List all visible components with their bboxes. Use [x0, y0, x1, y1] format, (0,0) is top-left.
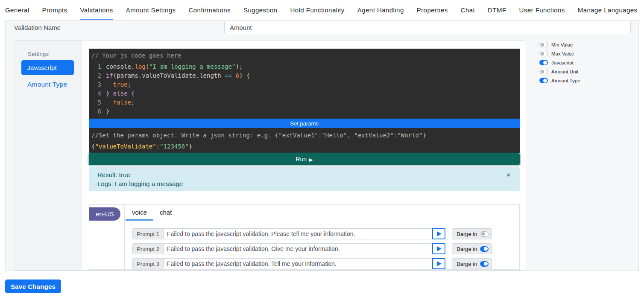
toggle-knob — [541, 43, 544, 47]
toggle-max-value[interactable] — [539, 51, 548, 56]
logs-line: Logs: I am logging a message — [97, 179, 511, 188]
code-line-5: 5 false; — [91, 98, 517, 107]
save-changes-button[interactable]: Save Changes — [5, 280, 61, 293]
set-params-button[interactable]: Set params — [89, 119, 520, 128]
prompt-label: Prompt 2 — [132, 243, 163, 254]
barge-in-box: Barge in — [452, 243, 492, 254]
toggle-knob — [541, 70, 544, 73]
language-column: en-US — [89, 205, 125, 269]
sidebar-item-javascript[interactable]: Javascript — [21, 60, 74, 75]
result-line: Result: true — [97, 170, 511, 179]
line-number: 6 — [91, 107, 101, 116]
toggle-label: Min Value — [551, 42, 573, 47]
run-button[interactable]: Run▶ — [89, 153, 520, 165]
voice-chat-tabs: voicechat — [125, 205, 519, 220]
validation-name-label: Validation Name — [14, 20, 61, 35]
barge-in-box: Barge in — [452, 228, 492, 239]
toggle-label: Javascript — [551, 60, 574, 65]
tab-hold-functionality[interactable]: Hold Functionality — [290, 0, 345, 20]
editor-comment: // Your js code goes here — [91, 51, 517, 60]
tab-voice[interactable]: voice — [126, 205, 153, 221]
play-icon — [437, 231, 442, 236]
line-number: 3 — [91, 80, 101, 89]
toggle-row-min-value: Min Value — [527, 40, 638, 49]
line-number: 1 — [91, 62, 101, 71]
main-panel: Settings Javascript Amount Type // Your … — [14, 40, 526, 271]
play-icon — [437, 246, 442, 251]
params-json-value: {"valueToValidate":"123456"} — [91, 141, 517, 152]
code-line-1: 1console.log("I am logging a message"); — [91, 62, 517, 71]
toggle-amount-type[interactable] — [539, 78, 548, 83]
code-line-4: 4} else { — [91, 89, 517, 98]
prompt-label: Prompt 3 — [132, 258, 163, 269]
tab-validations[interactable]: Validations — [80, 0, 113, 20]
play-prompt-button[interactable] — [432, 258, 445, 269]
barge-in-toggle[interactable] — [480, 231, 489, 237]
tab-chat[interactable]: Chat — [461, 0, 475, 20]
toggle-row-max-value: Max Value — [527, 49, 638, 58]
play-prompt-button[interactable] — [432, 243, 445, 254]
prompt-label: Prompt 1 — [132, 228, 163, 239]
line-number: 2 — [91, 71, 101, 80]
toggle-knob — [541, 52, 544, 55]
tab-properties[interactable]: Properties — [417, 0, 448, 20]
toggle-knob — [484, 247, 488, 251]
params-editor[interactable]: //Set the params object. Write a json st… — [89, 128, 520, 153]
prompt-text-input[interactable] — [163, 258, 432, 269]
line-number: 5 — [91, 98, 101, 107]
validation-name-input[interactable] — [224, 21, 631, 34]
toggle-label: Max Value — [551, 51, 574, 56]
prompt-text-input[interactable] — [163, 228, 432, 239]
prompt-row-3: Prompt 3Barge in — [132, 258, 519, 269]
toggle-knob — [481, 232, 485, 236]
toggle-row-amount-type: Amount Type — [527, 76, 638, 85]
tab-user-functions[interactable]: User Functions — [519, 0, 565, 20]
tab-general[interactable]: General — [5, 0, 29, 20]
validation-card: Validation Name Settings Javascript Amou… — [5, 20, 639, 271]
code-area: // Your js code goes here1console.log("I… — [89, 49, 520, 270]
tab-prompts[interactable]: Prompts — [42, 0, 67, 20]
prompt-list: Prompt 1Barge inPrompt 2Barge inPrompt 3… — [125, 220, 519, 269]
close-icon[interactable]: × — [506, 170, 510, 179]
tab-chat[interactable]: chat — [153, 205, 178, 221]
barge-in-label: Barge in — [457, 261, 480, 267]
prompt-row-2: Prompt 2Barge in — [132, 243, 519, 254]
play-icon — [437, 261, 442, 266]
barge-in-label: Barge in — [457, 246, 480, 252]
prompt-row-1: Prompt 1Barge in — [132, 228, 519, 239]
barge-in-box: Barge in — [452, 258, 492, 269]
validation-name-row: Validation Name — [6, 20, 638, 35]
toggle-javascript[interactable] — [539, 60, 548, 65]
tab-dtmf[interactable]: DTMF — [488, 0, 506, 20]
settings-title: Settings — [28, 51, 49, 57]
validation-toggles: Min ValueMax ValueJavascriptAmount UnitA… — [527, 40, 638, 85]
prompt-text-input[interactable] — [163, 243, 432, 254]
barge-in-toggle[interactable] — [480, 246, 489, 252]
play-prompt-button[interactable] — [432, 228, 445, 239]
toggle-knob — [484, 262, 488, 266]
tab-manage-languages[interactable]: Manage Languages — [578, 0, 638, 20]
result-alert: Result: true Logs: I am logging a messag… — [89, 167, 520, 191]
tab-agent-handling[interactable]: Agent Handling — [357, 0, 404, 20]
top-tab-bar: GeneralPromptsValidationsAmount Settings… — [5, 0, 639, 20]
code-line-6: 6} — [91, 107, 517, 116]
tab-amount-settings[interactable]: Amount Settings — [126, 0, 176, 20]
code-line-3: 3 true; — [91, 80, 517, 89]
settings-sidebar: Settings Javascript Amount Type — [14, 41, 82, 270]
tab-confirmations[interactable]: Confirmations — [189, 0, 231, 20]
language-prompts-section: en-US voicechat Prompt 1Barge inPrompt 2… — [89, 204, 520, 270]
toggle-row-amount-unit: Amount Unit — [527, 67, 638, 76]
toggle-min-value[interactable] — [539, 42, 548, 47]
code-line-2: 2if(params.valueToValidate.length == 6) … — [91, 71, 517, 80]
js-code-editor[interactable]: // Your js code goes here1console.log("I… — [89, 49, 520, 119]
sidebar-item-amount-type[interactable]: Amount Type — [27, 81, 67, 88]
barge-in-label: Barge in — [457, 231, 480, 237]
toggle-amount-unit[interactable] — [539, 69, 548, 74]
params-comment: //Set the params object. Write a json st… — [91, 130, 517, 141]
play-icon: ▶ — [309, 157, 313, 163]
tab-suggestion[interactable]: Suggestion — [243, 0, 278, 20]
toggle-row-javascript: Javascript — [527, 58, 638, 67]
line-number: 4 — [91, 89, 101, 98]
language-badge[interactable]: en-US — [89, 207, 120, 221]
barge-in-toggle[interactable] — [480, 261, 489, 267]
